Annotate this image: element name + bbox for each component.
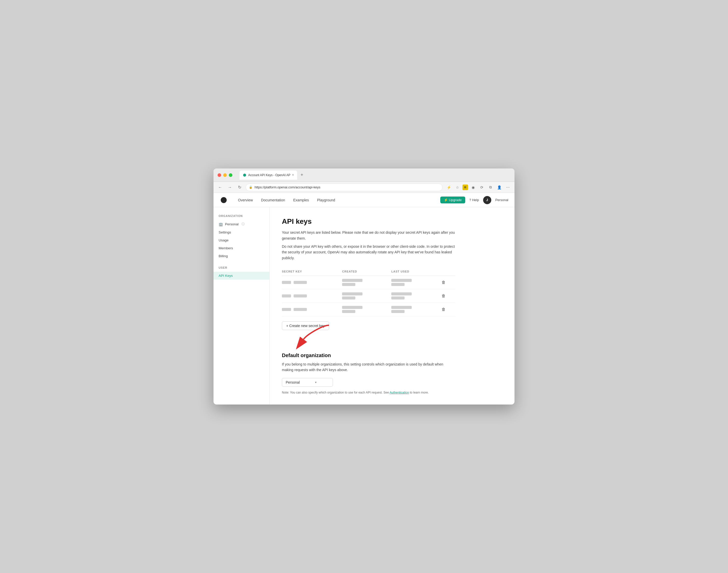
sidebar-item-usage[interactable]: Usage <box>213 236 270 244</box>
building-icon: 🏢 <box>219 222 223 226</box>
note-text: Note: You can also specify which organiz… <box>282 391 455 394</box>
close-button[interactable] <box>217 173 221 177</box>
main-layout: Organization 🏢 Personal ⓘ Settings Usage… <box>213 207 515 405</box>
org-select-value: Personal <box>286 380 300 384</box>
col-last-used: Last Used <box>391 268 440 276</box>
sidebar-item-billing[interactable]: Billing <box>213 252 270 260</box>
col-created: Created <box>342 268 391 276</box>
delete-key-button[interactable]: 🗑 <box>440 293 447 299</box>
profile-icon[interactable]: ◉ <box>470 184 477 191</box>
split-icon[interactable]: ⧉ <box>487 184 494 191</box>
redacted-created <box>342 279 362 282</box>
chevron-down-icon: ▾ <box>315 380 317 384</box>
create-btn-container: + Create new secret key <box>282 321 329 340</box>
page-title: API keys <box>282 217 502 225</box>
table-row: 🗑 <box>282 303 455 316</box>
tab-title: Account API Keys - OpenAI AP <box>248 173 290 177</box>
user-section-label: User <box>213 266 270 272</box>
redacted-lastused <box>391 279 412 282</box>
sidebar-usage-label: Usage <box>219 238 229 242</box>
sidebar: Organization 🏢 Personal ⓘ Settings Usage… <box>213 207 270 405</box>
delete-key-button[interactable]: 🗑 <box>440 279 447 286</box>
sidebar-item-members[interactable]: Members <box>213 244 270 252</box>
nav-documentation[interactable]: Documentation <box>261 198 285 202</box>
user-avatar[interactable]: J <box>483 196 491 204</box>
redacted-key-part2 <box>294 295 307 298</box>
default-org-desc: If you belong to multiple organizations,… <box>282 361 455 373</box>
redacted-key-part2 <box>294 308 307 311</box>
redacted-lastused2 <box>391 283 404 286</box>
sync-icon[interactable]: ⟳ <box>478 184 485 191</box>
create-secret-key-button[interactable]: + Create new secret key <box>282 321 329 330</box>
sidebar-item-settings[interactable]: Settings <box>213 228 270 236</box>
star-icon[interactable]: ☆ <box>454 184 461 191</box>
description-2: Do not share your API key with others, o… <box>282 244 455 261</box>
create-key-label: + Create new secret key <box>286 324 325 328</box>
url-text: https://platform.openai.com/account/api-… <box>254 185 321 189</box>
nav-examples[interactable]: Examples <box>293 198 309 202</box>
redacted-lastused <box>391 292 412 296</box>
openai-favicon <box>243 173 247 177</box>
new-tab-button[interactable]: + <box>298 171 305 179</box>
delete-key-button[interactable]: 🗑 <box>440 306 447 313</box>
nav-right: ⚡ Upgrade ? Help J Personal <box>440 196 508 204</box>
redacted-lastused2 <box>391 297 404 300</box>
sidebar-api-keys-label: API Keys <box>219 274 233 277</box>
upgrade-label: Upgrade <box>449 198 462 202</box>
user-name: Personal <box>495 198 508 202</box>
active-tab[interactable]: Account API Keys - OpenAI AP ✕ <box>240 170 297 180</box>
raindrop-icon[interactable]: R <box>463 185 468 190</box>
redacted-key-part1 <box>282 281 291 284</box>
main-content: API keys Your secret API keys are listed… <box>270 207 515 405</box>
table-row: 🗑 <box>282 289 455 303</box>
openai-logo <box>220 196 228 204</box>
key-cell <box>282 295 342 298</box>
sidebar-personal-label: Personal <box>225 222 239 226</box>
redacted-created2 <box>342 310 355 313</box>
org-select[interactable]: Personal ▾ <box>282 378 333 387</box>
more-icon[interactable]: ⋯ <box>504 184 512 191</box>
url-bar[interactable]: 🔒 https://platform.openai.com/account/ap… <box>246 184 443 191</box>
forward-button[interactable]: → <box>226 184 233 191</box>
help-circle-icon: ? <box>469 198 471 202</box>
sidebar-item-api-keys[interactable]: API Keys <box>213 272 270 279</box>
table-row: 🗑 <box>282 276 455 289</box>
fullscreen-button[interactable] <box>229 173 232 177</box>
traffic-lights <box>217 173 232 177</box>
redacted-key-part2 <box>294 281 307 284</box>
nav-overview[interactable]: Overview <box>238 198 253 202</box>
sidebar-item-personal[interactable]: 🏢 Personal ⓘ <box>213 220 270 228</box>
upgrade-button[interactable]: ⚡ Upgrade <box>440 197 465 203</box>
default-org-section: Default organization If you belong to mu… <box>282 353 502 394</box>
lock-icon: 🔒 <box>249 186 252 189</box>
tab-close-icon[interactable]: ✕ <box>292 173 294 177</box>
redacted-key-part1 <box>282 295 291 298</box>
redacted-key-part1 <box>282 308 291 311</box>
info-icon: ⓘ <box>242 222 245 226</box>
tab-bar: Account API Keys - OpenAI AP ✕ + <box>240 170 511 180</box>
upgrade-icon: ⚡ <box>444 198 448 202</box>
auth-link[interactable]: Authentication <box>389 391 409 394</box>
extensions-icon[interactable]: ⚡ <box>445 184 452 191</box>
description-1: Your secret API keys are listed below. P… <box>282 230 455 241</box>
org-section-label: Organization <box>213 214 270 220</box>
browser-actions: ⚡ ☆ R ◉ ⟳ ⧉ 👤 ⋯ <box>445 184 512 191</box>
redacted-lastused2 <box>391 310 404 313</box>
key-cell <box>282 308 342 311</box>
refresh-button[interactable]: ↻ <box>236 184 243 191</box>
browser-window: Account API Keys - OpenAI AP ✕ + ← → ↻ 🔒… <box>213 168 515 405</box>
redacted-created2 <box>342 297 355 300</box>
nav-playground[interactable]: Playground <box>317 198 335 202</box>
user-profile-icon[interactable]: 👤 <box>496 184 503 191</box>
redacted-created <box>342 292 362 296</box>
help-button[interactable]: ? Help <box>469 198 479 202</box>
help-label: Help <box>472 198 479 202</box>
api-keys-table: Secret Key Created Last Used <box>282 268 455 316</box>
redacted-lastused <box>391 306 412 309</box>
col-secret-key: Secret Key <box>282 268 342 276</box>
key-cell <box>282 281 342 284</box>
redacted-created2 <box>342 283 355 286</box>
back-button[interactable]: ← <box>216 184 224 191</box>
minimize-button[interactable] <box>223 173 227 177</box>
redacted-created <box>342 306 362 309</box>
